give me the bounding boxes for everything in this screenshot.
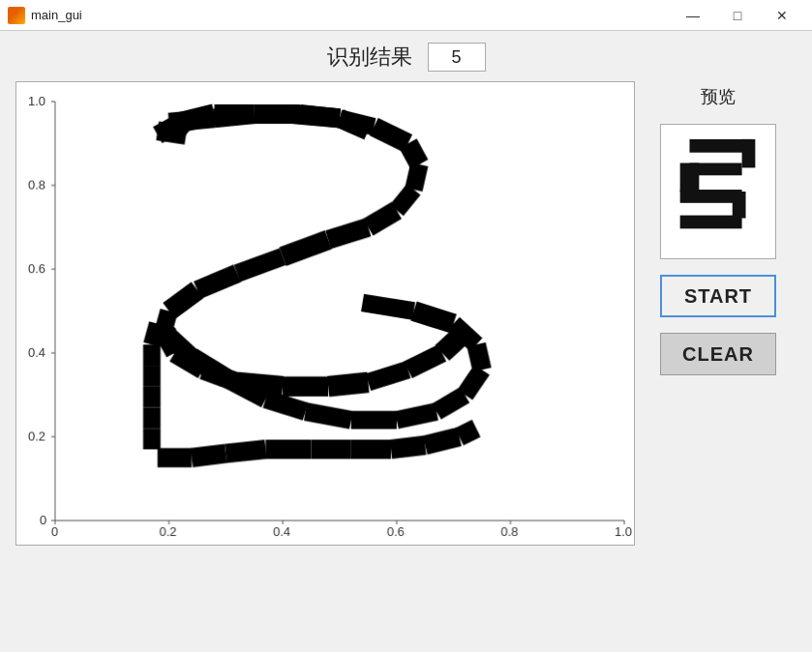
clear-button[interactable]: CLEAR: [660, 333, 776, 375]
title-bar: main_gui — □ ✕: [0, 0, 812, 31]
svg-rect-1: [742, 139, 756, 168]
result-value-box: 5: [428, 43, 486, 72]
result-value: 5: [451, 47, 461, 68]
drawing-canvas[interactable]: [16, 82, 634, 545]
close-button[interactable]: ✕: [760, 0, 804, 31]
minimize-button[interactable]: —: [671, 0, 715, 31]
header-row: 识别结果 5: [15, 43, 797, 72]
svg-rect-5: [733, 192, 746, 219]
svg-rect-3: [680, 163, 700, 193]
main-content: 识别结果 5 预览: [0, 31, 812, 652]
body-row: 预览: [15, 81, 797, 638]
svg-rect-6: [680, 216, 742, 229]
window-controls: — □ ✕: [671, 0, 804, 31]
plot-container: [15, 81, 635, 546]
preview-box: [660, 124, 776, 259]
preview-label: 预览: [701, 85, 736, 108]
result-label: 识别结果: [327, 43, 412, 72]
maximize-button[interactable]: □: [715, 0, 760, 31]
preview-svg: [661, 125, 775, 258]
title-bar-text: main_gui: [31, 8, 671, 22]
start-button[interactable]: START: [660, 275, 776, 317]
right-panel: 预览: [650, 81, 786, 638]
app-icon: [8, 7, 25, 24]
